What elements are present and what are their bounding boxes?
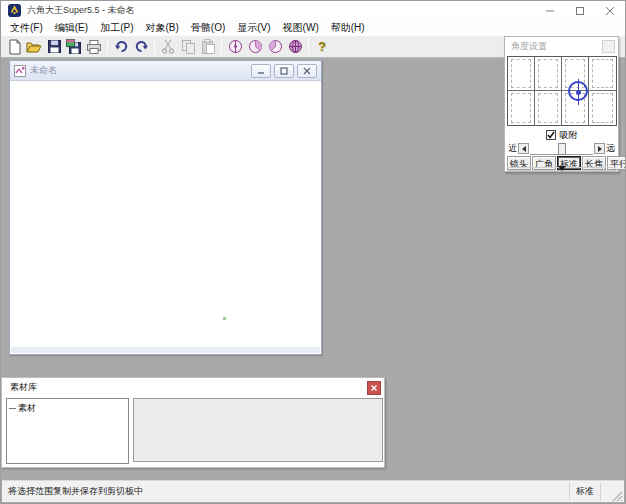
tree-expander-icon[interactable]	[9, 408, 16, 409]
paste-button[interactable]	[198, 37, 218, 56]
toolbar-separator	[107, 39, 108, 55]
minimize-button[interactable]	[535, 1, 565, 20]
toolbar-separator	[154, 39, 155, 55]
dashed-placeholder	[511, 59, 531, 88]
statusbar: 将选择范围复制并保存到剪切板中 标准	[2, 480, 624, 502]
minimize-icon	[545, 6, 555, 16]
maximize-icon	[575, 6, 585, 16]
zoom-slider-track[interactable]	[530, 143, 593, 155]
left-arrow-icon	[522, 146, 526, 152]
close-icon	[370, 384, 378, 392]
view-sphere-quarter-button[interactable]	[245, 37, 265, 56]
document-titlebar[interactable]: 未命名	[10, 61, 321, 81]
undo-button[interactable]	[111, 37, 131, 56]
menu-display[interactable]: 显示(V)	[231, 21, 276, 35]
menu-object[interactable]: 对象(B)	[139, 21, 184, 35]
right-arrow-icon	[598, 146, 602, 152]
view-sphere-side-button[interactable]	[265, 37, 285, 56]
view-sphere-quarter-icon	[248, 39, 263, 54]
redo-button[interactable]	[131, 37, 151, 56]
toolbar-separator	[221, 39, 222, 55]
angle-cell[interactable]	[589, 57, 616, 91]
rotation-compass-icon[interactable]	[568, 81, 588, 101]
angle-cell[interactable]	[535, 57, 562, 91]
document-window: 未命名	[9, 60, 322, 355]
cut-icon	[161, 39, 175, 54]
view-sphere-front-button[interactable]	[225, 37, 245, 56]
angle-cell[interactable]	[508, 57, 535, 91]
menu-process[interactable]: 加工(P)	[94, 21, 139, 35]
canvas-bottom-strip	[11, 347, 320, 353]
slider-left-button[interactable]	[518, 143, 529, 154]
view-sphere-grid-button[interactable]	[285, 37, 305, 56]
angle-view-grid[interactable]	[507, 56, 617, 126]
tree-item-material[interactable]: 素材	[7, 399, 128, 415]
dashed-placeholder	[538, 93, 558, 123]
dashed-placeholder	[592, 93, 613, 123]
material-panel-title: 素材库	[10, 381, 367, 394]
zoom-slider-row: 近 远	[508, 142, 615, 155]
dashed-placeholder	[538, 59, 558, 88]
undo-icon	[114, 39, 129, 54]
save-button[interactable]	[44, 37, 64, 56]
angle-panel-close-button[interactable]	[602, 40, 615, 53]
menu-bone[interactable]: 骨骼(O)	[185, 21, 231, 35]
view-sphere-side-icon	[268, 39, 283, 54]
snap-label: 吸附	[560, 129, 578, 142]
cut-button[interactable]	[158, 37, 178, 56]
open-icon	[26, 39, 42, 55]
close-icon	[605, 6, 615, 16]
resize-grip[interactable]	[609, 488, 623, 502]
slider-right-button[interactable]	[594, 143, 605, 154]
angle-cell[interactable]	[589, 91, 616, 125]
material-panel-titlebar[interactable]: 素材库	[2, 378, 384, 397]
check-icon	[547, 131, 555, 139]
menu-file[interactable]: 文件(F)	[4, 21, 49, 35]
save-image-icon	[66, 39, 82, 55]
panel-collapse-strip[interactable]	[507, 167, 616, 171]
save-icon	[47, 39, 62, 54]
view-sphere-grid-icon	[288, 39, 303, 54]
snap-option-row: 吸附	[505, 129, 618, 141]
menu-view[interactable]: 视图(W)	[277, 21, 325, 35]
document-canvas[interactable]	[11, 82, 320, 353]
copy-button[interactable]	[178, 37, 198, 56]
titlebar: 六角大王Super5.5 - 未命名	[1, 1, 625, 20]
dashed-placeholder	[592, 59, 613, 88]
window-title: 六角大王Super5.5 - 未命名	[27, 4, 135, 17]
angle-cell[interactable]	[535, 91, 562, 125]
material-panel-close-button[interactable]	[367, 381, 381, 395]
maximize-button[interactable]	[565, 1, 595, 20]
material-preview-pane[interactable]	[133, 398, 383, 462]
doc-close-button[interactable]	[297, 64, 317, 78]
snap-checkbox[interactable]	[546, 130, 556, 140]
angle-settings-panel: 角度设置 吸附 近 远	[504, 36, 619, 172]
doc-maximize-icon	[280, 67, 288, 75]
tree-item-label: 素材	[18, 402, 36, 415]
help-button[interactable]: ?	[312, 37, 332, 56]
doc-minimize-button[interactable]	[251, 64, 271, 78]
collapse-arrow-icon	[558, 166, 566, 171]
doc-maximize-button[interactable]	[274, 64, 294, 78]
open-button[interactable]	[24, 37, 44, 56]
redo-icon	[134, 39, 149, 54]
print-button[interactable]	[84, 37, 104, 56]
document-icon	[14, 65, 26, 77]
window-controls	[535, 1, 625, 20]
help-icon: ?	[318, 39, 326, 54]
copy-icon	[181, 39, 196, 54]
near-label: 近	[508, 142, 517, 155]
new-button[interactable]	[4, 37, 24, 56]
far-label: 远	[606, 142, 615, 155]
print-icon	[86, 39, 102, 55]
view-sphere-front-icon	[228, 39, 243, 54]
angle-cell[interactable]	[508, 91, 535, 125]
toolbar-separator	[308, 39, 309, 55]
close-button[interactable]	[595, 1, 625, 20]
menu-help[interactable]: 帮助(H)	[325, 21, 371, 35]
zoom-slider-thumb[interactable]	[558, 143, 566, 155]
material-tree-pane[interactable]: 素材	[6, 398, 129, 464]
menu-edit[interactable]: 编辑(E)	[49, 21, 94, 35]
angle-panel-titlebar[interactable]: 角度设置	[505, 37, 618, 56]
save-image-button[interactable]	[64, 37, 84, 56]
